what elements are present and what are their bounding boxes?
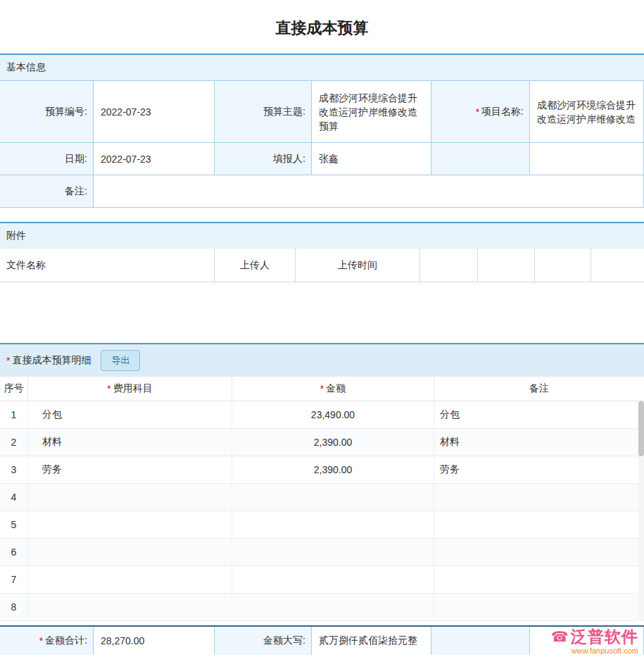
cell-remark xyxy=(434,511,644,539)
scrollbar-thumb[interactable] xyxy=(638,401,644,456)
table-row: 3 劳务 2,390.00 劳务 xyxy=(0,456,644,484)
project-name-value-text: 成都沙河环境综合提升改造运河护岸维修改造 xyxy=(537,98,636,126)
brand-logo: ☎ 泛普软件 xyxy=(551,628,638,646)
budget-no-value: 2022-07-23 xyxy=(94,81,215,143)
col-header-amount: *金额 xyxy=(232,377,434,401)
budget-no-label-text: 预算编号: xyxy=(45,106,87,118)
remark-label-text: 备注: xyxy=(65,185,87,198)
col-header-no: 序号 xyxy=(0,377,28,401)
basic-info-section-header: 基本信息 xyxy=(0,54,644,80)
attachment-col-empty-2 xyxy=(478,249,535,282)
attachment-col-empty-1 xyxy=(420,249,478,282)
preparer-value: 张鑫 xyxy=(312,143,431,175)
total-amount-label-text: 金额合计: xyxy=(45,634,87,647)
summary-row: *金额合计: 28,270.00 金额大写: 贰万捌仟贰佰柒拾元整 xyxy=(0,625,644,655)
attachments-section-header: 附件 xyxy=(0,222,644,249)
budget-subject-value-text: 成都沙河环境综合提升改造运河护岸维修改造预算 xyxy=(319,91,424,133)
project-name-label-text: 项目名称: xyxy=(481,106,524,118)
phone-icon: ☎ xyxy=(551,629,569,644)
required-marker-icon: * xyxy=(6,355,10,366)
brand-watermark: ☎ 泛普软件 www.fanpusoft.com xyxy=(551,628,638,655)
cell-remark xyxy=(434,484,644,511)
cell-no: 4 xyxy=(0,484,28,511)
preparer-label-text: 填报人: xyxy=(273,153,305,165)
basic-empty-label-cell xyxy=(431,143,530,175)
cell-amount xyxy=(232,566,434,594)
amount-in-words-value: 贰万捌仟贰佰柒拾元整 xyxy=(312,627,431,655)
cell-remark xyxy=(434,566,644,594)
required-marker-icon: * xyxy=(107,383,111,394)
cell-no: 1 xyxy=(0,401,28,429)
total-amount-value-text: 28,270.00 xyxy=(101,635,144,646)
amount-in-words-label-text: 金额大写: xyxy=(263,634,305,647)
date-value-text: 2022-07-23 xyxy=(101,154,151,165)
cell-remark: 劳务 xyxy=(434,456,644,484)
cell-subject: 劳务 xyxy=(28,456,232,484)
cell-subject xyxy=(28,594,232,621)
table-row: 1 分包 23,490.00 分包 xyxy=(0,401,644,429)
col-header-remark: 备注 xyxy=(434,377,644,401)
cell-amount: 23,490.00 xyxy=(232,401,434,429)
required-marker-icon: * xyxy=(320,383,324,394)
attachment-col-empty-4 xyxy=(591,249,644,282)
table-row: 5 xyxy=(0,511,644,539)
required-marker-icon: * xyxy=(476,106,479,118)
cell-subject xyxy=(28,539,232,566)
cell-remark: 材料 xyxy=(434,429,644,456)
table-row: 2 材料 2,390.00 材料 xyxy=(0,429,644,456)
page-title: 直接成本预算 xyxy=(0,0,644,54)
cell-amount: 2,390.00 xyxy=(232,456,434,484)
required-marker-icon: * xyxy=(39,635,43,646)
cell-remark xyxy=(434,539,644,566)
remark-value xyxy=(94,175,644,208)
table-row: 7 xyxy=(0,566,644,594)
cell-amount xyxy=(232,539,434,566)
summary-empty-label-cell xyxy=(431,627,530,655)
cell-amount xyxy=(232,594,434,621)
details-scrollbar[interactable] xyxy=(638,401,644,621)
cell-subject: 分包 xyxy=(28,401,232,429)
table-row: 8 xyxy=(0,594,644,621)
cell-no: 5 xyxy=(0,511,28,539)
cell-amount xyxy=(232,511,434,539)
details-table-body: 1 分包 23,490.00 分包 2 材料 2,390.00 材料 3 劳务 … xyxy=(0,401,644,621)
attachment-col-upload-time: 上传时间 xyxy=(296,249,420,282)
table-row: 4 xyxy=(0,484,644,511)
cell-no: 7 xyxy=(0,566,28,594)
export-button[interactable]: 导出 xyxy=(101,350,140,371)
budget-subject-label: 预算主题: xyxy=(215,81,312,143)
cell-remark xyxy=(434,594,644,621)
attachments-empty-body xyxy=(0,282,644,329)
total-amount-value: 28,270.00 xyxy=(94,627,215,655)
date-label: 日期: xyxy=(0,143,94,175)
cell-remark: 分包 xyxy=(434,401,644,429)
budget-subject-label-text: 预算主题: xyxy=(263,106,305,118)
cell-no: 8 xyxy=(0,594,28,621)
cell-subject xyxy=(28,566,232,594)
details-section-header: * 直接成本预算明细 导出 xyxy=(0,343,644,377)
details-section: * 直接成本预算明细 导出 序号 *费用科目 *金额 备注 1 分包 23,49… xyxy=(0,343,644,655)
remark-label: 备注: xyxy=(0,175,94,208)
attachments-table-header: 文件名称 上传人 上传时间 xyxy=(0,249,644,282)
amount-in-words-label: 金额大写: xyxy=(215,627,312,655)
budget-no-label: 预算编号: xyxy=(0,81,94,143)
basic-info-section: 基本信息 预算编号: 2022-07-23 预算主题: 成都沙河环境综合提升改造… xyxy=(0,54,644,208)
preparer-value-text: 张鑫 xyxy=(319,153,339,165)
col-header-amount-text: 金额 xyxy=(326,382,346,395)
cell-no: 3 xyxy=(0,456,28,484)
col-header-subject: *费用科目 xyxy=(28,377,232,401)
attachment-col-uploader: 上传人 xyxy=(215,249,296,282)
attachment-col-filename: 文件名称 xyxy=(0,249,215,282)
project-name-value: 成都沙河环境综合提升改造运河护岸维修改造 xyxy=(530,81,644,143)
budget-subject-value: 成都沙河环境综合提升改造运河护岸维修改造预算 xyxy=(312,81,431,143)
basic-empty-value-cell xyxy=(530,143,644,175)
attachment-col-empty-3 xyxy=(535,249,591,282)
details-table-header: 序号 *费用科目 *金额 备注 xyxy=(0,377,644,401)
cell-amount xyxy=(232,484,434,511)
date-value: 2022-07-23 xyxy=(94,143,215,175)
cell-no: 6 xyxy=(0,539,28,566)
date-label-text: 日期: xyxy=(65,153,87,165)
cell-no: 2 xyxy=(0,429,28,456)
table-row: 6 xyxy=(0,539,644,566)
cell-subject xyxy=(28,511,232,539)
